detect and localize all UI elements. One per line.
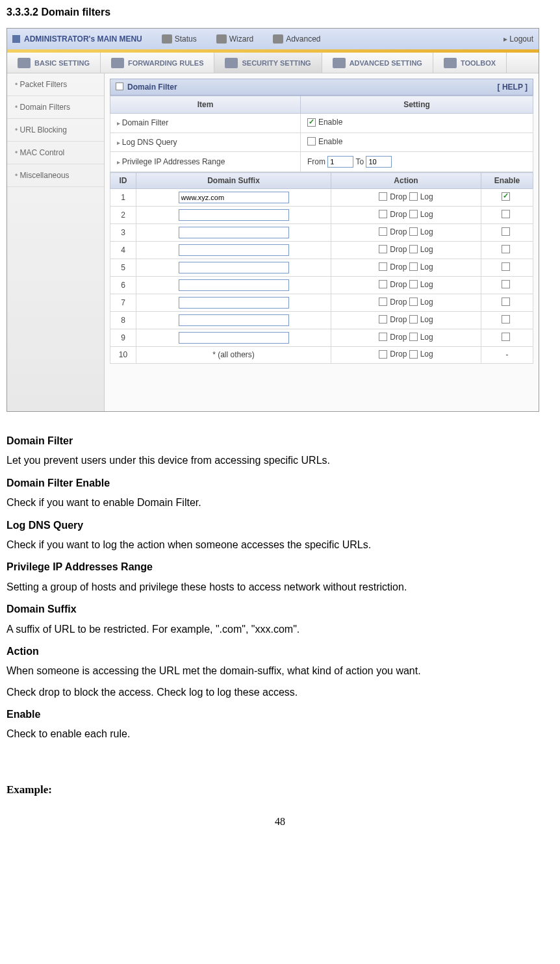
sidebar-url-blocking[interactable]: URL Blocking xyxy=(7,119,104,142)
top-menu-bar: ADMINISTRATOR's MAIN MENU Status Wizard … xyxy=(7,29,539,49)
drop-checkbox-5[interactable] xyxy=(379,262,387,271)
table-row: 1 Drop Log xyxy=(110,189,533,207)
sidebar-domain-filters[interactable]: Domain Filters xyxy=(7,96,104,119)
log-checkbox-2[interactable] xyxy=(409,210,418,218)
domain-suffix-input-6[interactable] xyxy=(179,279,289,291)
drop-checkbox-3[interactable] xyxy=(379,227,387,236)
log-checkbox-5[interactable] xyxy=(409,262,418,271)
term-domain-filter-enable: Domain Filter Enable xyxy=(6,474,554,493)
top-menu-wizard[interactable]: Wizard xyxy=(216,34,253,44)
enable-checkbox-9[interactable] xyxy=(502,333,510,341)
table-row: 6 Drop Log xyxy=(110,277,533,294)
enable-checkbox-7[interactable] xyxy=(502,298,510,306)
row-id: 10 xyxy=(110,347,136,364)
logout-link[interactable]: Logout xyxy=(503,34,533,44)
log-checkbox-4[interactable] xyxy=(409,245,418,253)
domain-suffix-input-5[interactable] xyxy=(179,262,289,273)
drop-label: Drop xyxy=(390,210,407,219)
log-dns-enable-checkbox[interactable] xyxy=(307,137,316,146)
drop-checkbox-10[interactable] xyxy=(379,350,387,359)
drop-label: Drop xyxy=(390,280,407,289)
top-menu-status[interactable]: Status xyxy=(162,34,197,44)
drop-checkbox-6[interactable] xyxy=(379,280,387,288)
enable-checkbox-5[interactable] xyxy=(502,262,510,271)
desc-domain-filter-enable: Check if you want to enable Domain Filte… xyxy=(6,493,554,513)
term-action: Action xyxy=(6,642,554,661)
log-checkbox-1[interactable] xyxy=(409,192,418,201)
basic-setting-label: BASIC SETTING xyxy=(34,59,90,67)
submenu-security-setting[interactable]: SECURITY SETTING xyxy=(214,53,322,73)
advanced-label: Advanced xyxy=(286,34,320,44)
top-menu-advanced[interactable]: Advanced xyxy=(273,34,320,44)
row-id: 1 xyxy=(110,189,136,207)
drop-checkbox-7[interactable] xyxy=(379,298,387,306)
term-privilege-ip: Privilege IP Addresses Range xyxy=(6,557,554,577)
domain-suffix-input-4[interactable] xyxy=(179,244,289,256)
setting-cell-log-dns-enable: Enable xyxy=(300,133,533,152)
term-domain-suffix: Domain Suffix xyxy=(6,600,554,619)
domain-suffix-input-9[interactable] xyxy=(179,332,289,344)
status-icon xyxy=(162,34,172,44)
table-row: 5 Drop Log xyxy=(110,259,533,277)
section-heading: 3.3.3.2 Domain filters xyxy=(6,6,554,18)
documentation-body: Domain Filter Let you prevent users unde… xyxy=(6,431,554,744)
enable-checkbox-2[interactable] xyxy=(502,210,510,218)
log-checkbox-7[interactable] xyxy=(409,298,418,306)
help-link[interactable]: [ HELP ] xyxy=(498,82,528,92)
log-checkbox-9[interactable] xyxy=(409,333,418,341)
log-checkbox-10[interactable] xyxy=(409,350,418,359)
status-label: Status xyxy=(175,34,197,44)
log-checkbox-8[interactable] xyxy=(409,315,418,323)
desc-action-2: Check drop to block the access. Check lo… xyxy=(6,683,554,702)
domain-suffix-input-8[interactable] xyxy=(179,314,289,326)
privilege-to-input[interactable] xyxy=(366,156,392,168)
log-checkbox-3[interactable] xyxy=(409,227,418,236)
enable-checkbox-8[interactable] xyxy=(502,315,510,323)
desc-log-dns: Check if you want to log the action when… xyxy=(6,535,554,555)
row-id: 6 xyxy=(110,277,136,294)
row-id: 2 xyxy=(110,207,136,224)
privilege-from-input[interactable] xyxy=(327,156,353,168)
sidebar-mac-control[interactable]: MAC Control xyxy=(7,142,104,164)
all-others-cell: * (all others) xyxy=(136,347,331,364)
col-head-suffix: Domain Suffix xyxy=(136,173,331,189)
drop-label: Drop xyxy=(390,192,407,201)
domain-suffix-input-7[interactable] xyxy=(179,297,289,309)
log-label: Log xyxy=(420,280,433,289)
submenu-forwarding-rules[interactable]: FORWARDING RULES xyxy=(101,53,215,73)
sidebar-miscellaneous[interactable]: Miscellaneous xyxy=(7,164,104,187)
drop-label: Drop xyxy=(390,262,407,272)
drop-checkbox-8[interactable] xyxy=(379,315,387,323)
domain-suffix-input-3[interactable] xyxy=(179,227,289,238)
security-label: SECURITY SETTING xyxy=(242,59,311,67)
sidebar-packet-filters[interactable]: Packet Filters xyxy=(7,73,104,96)
submenu-toolbox[interactable]: TOOLBOX xyxy=(433,53,507,73)
drop-checkbox-1[interactable] xyxy=(379,192,387,201)
enable-checkbox-3[interactable] xyxy=(502,227,510,236)
admin-main-menu-title: ADMINISTRATOR's MAIN MENU xyxy=(24,34,142,44)
setting-row-domain-filter: Domain Filter xyxy=(110,114,301,133)
drop-checkbox-2[interactable] xyxy=(379,210,387,218)
table-row: 10 * (all others) Drop Log - xyxy=(110,347,533,364)
row-id: 9 xyxy=(110,329,136,347)
row-id: 7 xyxy=(110,294,136,312)
drop-checkbox-4[interactable] xyxy=(379,245,387,253)
domain-suffix-input-2[interactable] xyxy=(179,209,289,221)
log-checkbox-6[interactable] xyxy=(409,280,418,288)
row-id: 5 xyxy=(110,259,136,277)
submenu-basic-setting[interactable]: BASIC SETTING xyxy=(7,53,101,73)
page-number: 48 xyxy=(6,816,554,828)
domain-suffix-input-1[interactable] xyxy=(179,192,289,203)
toolbox-label: TOOLBOX xyxy=(461,59,496,67)
col-head-enable: Enable xyxy=(481,173,533,189)
drop-label: Drop xyxy=(390,227,407,236)
enable-checkbox-4[interactable] xyxy=(502,245,510,253)
sidebar: Packet Filters Domain Filters URL Blocki… xyxy=(7,73,105,411)
drop-checkbox-9[interactable] xyxy=(379,333,387,341)
domain-filter-enable-checkbox[interactable] xyxy=(307,118,316,127)
filter-table: ID Domain Suffix Action Enable 1 Drop Lo… xyxy=(110,172,533,364)
enable-checkbox-1[interactable] xyxy=(502,192,510,201)
submenu-advanced-setting[interactable]: ADVANCED SETTING xyxy=(322,53,433,73)
enable-checkbox-6[interactable] xyxy=(502,280,510,288)
panel-square-icon xyxy=(116,82,123,90)
